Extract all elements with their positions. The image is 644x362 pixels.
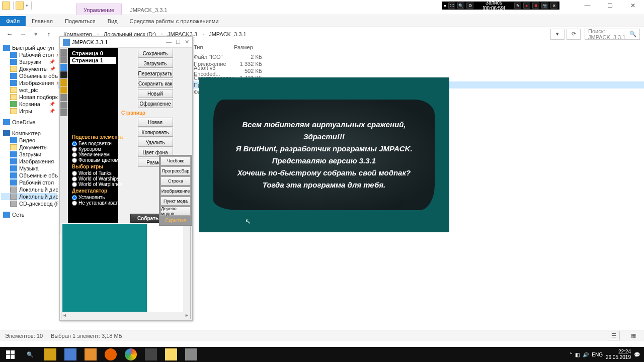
taskbar-app[interactable] bbox=[60, 347, 80, 362]
tray-icon[interactable]: ◧ bbox=[575, 352, 580, 357]
ribbon-home[interactable]: Главная bbox=[26, 16, 59, 26]
sidebar-documents2[interactable]: Документы bbox=[1, 144, 57, 151]
up-button[interactable]: ↑ bbox=[43, 29, 54, 40]
close-button[interactable]: ✕ bbox=[185, 39, 189, 45]
col-size[interactable]: Размер bbox=[234, 44, 274, 50]
tool-icon[interactable] bbox=[60, 94, 67, 101]
sidebar-diskd[interactable]: Локальный диск (D bbox=[1, 193, 57, 200]
sidebar-pictures[interactable]: Изображения📌 bbox=[1, 79, 57, 86]
maximize-button[interactable]: ☐ bbox=[599, 0, 621, 11]
sidebar-newcollection[interactable]: Новая подборк...📌 bbox=[1, 94, 57, 101]
sidebar-games[interactable]: Игры📌 bbox=[1, 108, 57, 115]
radio-bg[interactable]: Фоновым цветом bbox=[70, 157, 125, 163]
tool-icon[interactable] bbox=[60, 64, 67, 71]
scrollbar-v[interactable] bbox=[183, 223, 190, 317]
new-button[interactable]: Новый bbox=[138, 89, 173, 98]
ribbon-file[interactable]: Файл bbox=[0, 16, 26, 26]
back-button[interactable]: ← bbox=[4, 29, 15, 40]
view-details-icon[interactable]: ☰ bbox=[608, 331, 620, 340]
save-button[interactable]: Сохранить bbox=[138, 49, 173, 58]
modpoint-element[interactable]: Пункт мода bbox=[160, 197, 191, 206]
sidebar-pictures2[interactable]: Изображения bbox=[1, 158, 57, 165]
sidebar-documents[interactable]: Документы📌 bbox=[1, 65, 57, 72]
tab-manage[interactable]: Управление bbox=[76, 4, 122, 15]
rec-btn[interactable]: 🔍 bbox=[457, 3, 464, 9]
line-element[interactable]: Строка bbox=[160, 176, 191, 186]
history-dropdown[interactable]: ▾ bbox=[30, 29, 41, 40]
sidebar-network[interactable]: Сеть bbox=[1, 211, 57, 218]
rec-btn[interactable]: ⛶ bbox=[448, 3, 455, 9]
saveas-button[interactable]: Сохранить как bbox=[138, 79, 173, 88]
design-button[interactable]: Оформление bbox=[138, 99, 173, 108]
hidden-label[interactable]: Скрытые bbox=[160, 217, 191, 224]
sidebar-desktop[interactable]: Рабочий стол📌 bbox=[1, 51, 57, 58]
radio-wowp[interactable]: World of Warplanes bbox=[70, 182, 125, 187]
sidebar-quick-access[interactable]: Быстрый доступ bbox=[1, 44, 57, 51]
page-item[interactable]: Страница 0 bbox=[70, 50, 116, 57]
sidebar-diskc[interactable]: Локальный диск (С bbox=[1, 186, 57, 193]
sidebar-downloads2[interactable]: Загрузки bbox=[1, 151, 57, 158]
radio-wot[interactable]: World of Tanks bbox=[70, 170, 125, 176]
rec-record[interactable]: ● bbox=[523, 3, 530, 9]
tray-volume-icon[interactable]: 🔊 bbox=[583, 352, 589, 357]
recording-bar[interactable]: ▾ ⛶ 🔍 ⚙ Запись [00:06:59] ✎ ● ⏸ 📷 ✕ bbox=[442, 2, 559, 10]
image-element[interactable]: Изображение bbox=[160, 187, 191, 196]
minimize-button[interactable]: — bbox=[166, 39, 172, 45]
sidebar-3d[interactable]: Объемные объ...📌 bbox=[1, 72, 57, 79]
ribbon-share[interactable]: Поделиться bbox=[59, 16, 102, 26]
breadcrumb-segment[interactable]: JMPACK_3.3.1 bbox=[208, 31, 247, 37]
refresh-button[interactable]: ⟳ bbox=[567, 29, 581, 40]
ribbon-apps[interactable]: Средства работы с приложениями bbox=[124, 16, 225, 26]
tool-icon[interactable] bbox=[60, 71, 67, 78]
taskbar-calc[interactable] bbox=[141, 347, 161, 362]
address-dropdown[interactable]: ▾ bbox=[550, 29, 565, 40]
start-button[interactable] bbox=[0, 347, 20, 362]
tool-icon[interactable] bbox=[60, 49, 67, 56]
checkbox-element[interactable]: Чекбокс bbox=[160, 156, 191, 165]
reload-button[interactable]: Перезагрузить bbox=[138, 69, 173, 78]
tool-icon[interactable] bbox=[60, 86, 67, 94]
page-item[interactable]: Страница 1 bbox=[70, 57, 116, 64]
tool-icon[interactable] bbox=[60, 56, 67, 63]
rec-close[interactable]: ✕ bbox=[550, 3, 557, 9]
radio-install[interactable]: Установить bbox=[70, 195, 125, 200]
rec-draw[interactable]: ✎ bbox=[514, 3, 521, 9]
sidebar-downloads[interactable]: Загрузки📌 bbox=[1, 58, 57, 65]
sidebar-onedrive[interactable]: OneDrive bbox=[1, 119, 57, 126]
modtree-element[interactable]: Дерево модов bbox=[160, 207, 191, 216]
col-type[interactable]: Тип bbox=[194, 44, 234, 50]
load-button[interactable]: Загрузить bbox=[138, 59, 173, 68]
close-button[interactable]: ✕ bbox=[621, 0, 644, 11]
taskbar-app[interactable] bbox=[40, 347, 60, 362]
taskbar-app[interactable] bbox=[181, 347, 201, 362]
sidebar-wotpic[interactable]: wot_pic bbox=[1, 86, 57, 94]
jmpack-titlebar[interactable]: JMPACK 3.3.1 — ☐ ✕ bbox=[60, 37, 192, 48]
newpage-button[interactable]: Новая bbox=[138, 118, 173, 127]
radio-wows[interactable]: World of Warships bbox=[70, 176, 125, 182]
sidebar-video[interactable]: Видео bbox=[1, 137, 57, 144]
sidebar-trash[interactable]: Корзина📌 bbox=[1, 101, 57, 108]
tray-notifications-icon[interactable]: 💬 bbox=[634, 352, 640, 357]
tray-lang[interactable]: ENG bbox=[592, 352, 603, 357]
scrollbar-h[interactable]: ◄► bbox=[61, 312, 190, 319]
minimize-button[interactable]: — bbox=[576, 0, 599, 11]
tray-chevron-icon[interactable]: ˄ bbox=[570, 352, 572, 357]
sidebar-music[interactable]: Музыка bbox=[1, 165, 57, 172]
taskbar-app[interactable] bbox=[80, 347, 101, 362]
maximize-button[interactable]: ☐ bbox=[176, 39, 181, 45]
chevron-down-icon[interactable]: ▾ bbox=[25, 3, 29, 8]
copy-button[interactable]: Копировать bbox=[138, 128, 173, 137]
rec-pause[interactable]: ⏸ bbox=[532, 3, 539, 9]
taskbar-firefox[interactable] bbox=[101, 347, 121, 362]
sidebar-diskf[interactable]: CD-дисковод (F:) bbox=[1, 200, 57, 207]
rec-btn[interactable]: ⚙ bbox=[466, 3, 473, 9]
search-button[interactable]: 🔍 bbox=[20, 347, 40, 362]
taskbar-explorer[interactable] bbox=[161, 347, 181, 362]
ribbon-view[interactable]: Вид bbox=[102, 16, 124, 26]
sidebar-3d2[interactable]: Объемные объекты bbox=[1, 172, 57, 179]
tool-icon[interactable] bbox=[60, 79, 67, 86]
delete-button[interactable]: Удалить bbox=[138, 138, 173, 147]
sidebar-computer[interactable]: Компьютер bbox=[1, 130, 57, 137]
radio-zoom[interactable]: Увеличением bbox=[70, 152, 125, 157]
tool-icon[interactable] bbox=[60, 109, 67, 116]
